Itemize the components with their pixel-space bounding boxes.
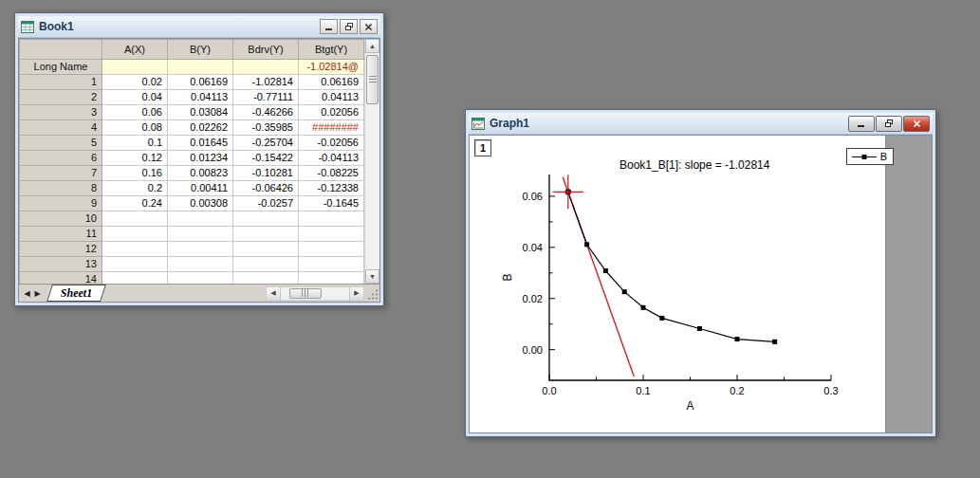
cell[interactable]: 0.04113 (168, 90, 233, 105)
layer-1-button[interactable]: 1 (474, 139, 491, 156)
row-header[interactable]: 5 (20, 136, 102, 151)
data-point-marker[interactable] (772, 340, 777, 344)
cell[interactable]: -0.35985 (233, 120, 299, 136)
row-header[interactable]: 11 (20, 227, 102, 242)
scroll-up-button[interactable]: ▲ (365, 39, 379, 53)
cell[interactable]: -0.04113 (299, 151, 364, 166)
cell[interactable]: 0.12 (102, 151, 168, 166)
cell[interactable]: ######## (299, 120, 364, 136)
cell[interactable]: -0.1645 (299, 196, 364, 211)
cell[interactable] (168, 60, 233, 75)
cell[interactable]: -1.02814 (233, 75, 299, 90)
cell[interactable] (168, 242, 233, 257)
cell[interactable]: 0.16 (102, 166, 168, 181)
data-point-marker[interactable] (697, 326, 702, 331)
cell[interactable]: -0.25704 (233, 136, 299, 151)
vertical-scrollbar[interactable]: ▲ ▼ (364, 39, 379, 284)
minimize-button[interactable] (848, 116, 875, 132)
cell[interactable] (299, 257, 364, 272)
data-point-marker[interactable] (659, 316, 664, 321)
cell[interactable] (233, 211, 299, 227)
scroll-right-button[interactable]: ▶ (349, 287, 363, 300)
close-button[interactable] (360, 19, 378, 34)
cell[interactable]: 0.24 (102, 196, 168, 211)
cell[interactable]: 0.04 (102, 90, 168, 105)
data-point-marker[interactable] (603, 268, 608, 273)
data-point-marker[interactable] (584, 242, 589, 247)
cell[interactable] (102, 211, 168, 227)
data-point-marker[interactable] (735, 337, 740, 341)
sheet-nav-left-icon[interactable]: ◀ (22, 289, 32, 298)
cell[interactable] (233, 257, 299, 272)
book1-titlebar[interactable]: Book1 (18, 16, 380, 38)
restore-button[interactable] (876, 116, 902, 132)
cell[interactable]: -0.46266 (233, 105, 299, 120)
cell[interactable]: 0.02262 (168, 120, 233, 136)
cell[interactable]: 0.08 (102, 120, 168, 136)
cell[interactable]: 0.00411 (168, 181, 233, 196)
cell[interactable]: 0.06169 (168, 75, 233, 90)
cell[interactable]: 0.03084 (168, 105, 233, 120)
cell[interactable]: -1.02814@ (299, 60, 364, 75)
sheet-nav-right-icon[interactable]: ▶ (32, 289, 43, 298)
cell[interactable] (168, 272, 233, 285)
horizontal-scrollbar[interactable]: ◀ ▶ (266, 286, 364, 301)
cell[interactable]: 0.1 (102, 136, 168, 151)
row-header[interactable]: 7 (20, 166, 102, 181)
vscroll-thumb[interactable] (366, 55, 379, 104)
series-line[interactable] (568, 192, 775, 341)
cell[interactable] (299, 227, 364, 242)
cell[interactable]: -0.02056 (299, 136, 364, 151)
column-header-by[interactable]: B(Y) (168, 40, 233, 60)
cell[interactable]: 0.01645 (168, 136, 233, 151)
cell[interactable] (233, 242, 299, 257)
row-header[interactable]: Long Name (20, 60, 102, 75)
cell[interactable]: -0.06426 (233, 181, 299, 196)
cell[interactable] (168, 257, 233, 272)
row-header[interactable]: 6 (20, 151, 102, 166)
cell[interactable]: 0.06 (102, 105, 168, 120)
sheet-tab[interactable]: Sheet1 (46, 285, 106, 302)
close-button[interactable] (903, 116, 930, 132)
cell[interactable]: 0.00823 (168, 166, 233, 181)
column-header-ax[interactable]: A(X) (102, 40, 168, 60)
cell[interactable] (233, 60, 299, 75)
cell[interactable]: 0.2 (102, 181, 168, 196)
row-header[interactable]: 8 (20, 181, 102, 196)
cell[interactable]: 0.00308 (168, 196, 233, 211)
slope-annotation[interactable]: Book1_B[1]: slope = -1.02814 (619, 158, 769, 172)
cell[interactable] (102, 242, 168, 257)
cell[interactable] (102, 272, 168, 285)
hscroll-thumb[interactable] (289, 288, 322, 299)
scroll-left-button[interactable]: ◀ (267, 287, 281, 300)
row-header[interactable]: 13 (20, 257, 102, 272)
cell[interactable] (102, 60, 168, 75)
row-header[interactable]: 14 (20, 272, 102, 285)
graph1-titlebar[interactable]: Graph1 (469, 113, 933, 135)
cell[interactable]: 0.01234 (168, 151, 233, 166)
scroll-down-button[interactable]: ▼ (365, 269, 379, 284)
column-header-bdrv[interactable]: Bdrv(Y) (233, 40, 299, 60)
cell[interactable]: 0.02056 (299, 105, 364, 120)
row-header[interactable]: 2 (20, 90, 102, 105)
cell[interactable] (299, 272, 364, 285)
cell[interactable] (299, 242, 364, 257)
cell[interactable] (233, 227, 299, 242)
cell[interactable] (102, 257, 168, 272)
cell[interactable]: -0.15422 (233, 151, 299, 166)
cell[interactable] (168, 227, 233, 242)
restore-button[interactable] (340, 19, 358, 34)
cell[interactable]: 0.06169 (299, 75, 364, 90)
cell[interactable] (299, 211, 364, 227)
cell[interactable] (102, 227, 168, 242)
row-header[interactable]: 1 (20, 75, 102, 90)
resize-grip[interactable] (364, 285, 379, 301)
row-header[interactable]: 3 (20, 105, 102, 120)
cell[interactable] (233, 272, 299, 285)
cell[interactable]: -0.08225 (299, 166, 364, 181)
data-point-marker[interactable] (641, 305, 646, 310)
corner-cell[interactable] (20, 40, 102, 60)
row-header[interactable]: 10 (20, 211, 102, 227)
cell[interactable] (168, 211, 233, 227)
row-header[interactable]: 9 (20, 196, 102, 211)
